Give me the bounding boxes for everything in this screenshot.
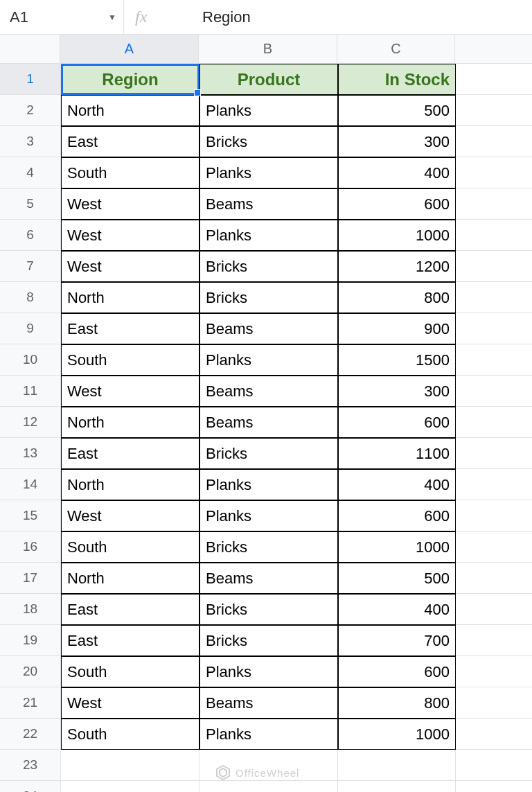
header-cell-in-stock[interactable]: In Stock [338,64,456,95]
empty-cell[interactable] [456,407,532,438]
empty-cell[interactable] [456,687,532,719]
cell-product[interactable]: Bricks [200,594,338,625]
cell-stock[interactable]: 500 [338,563,456,594]
cell-product[interactable]: Beams [200,376,338,407]
empty-cell[interactable] [456,220,532,251]
cell-stock[interactable]: 300 [338,126,456,157]
row-header[interactable]: 10 [0,344,61,376]
empty-cell[interactable] [456,500,532,531]
cell-stock[interactable]: 1500 [338,344,456,376]
row-header[interactable]: 9 [0,313,61,344]
cell-region[interactable]: West [61,188,200,220]
row-header[interactable]: 3 [0,126,61,157]
cell-stock[interactable]: 600 [338,188,456,220]
cell-product[interactable]: Beams [200,407,338,438]
empty-cell[interactable] [456,344,532,376]
cell-region[interactable]: South [61,344,200,376]
header-cell-product[interactable]: Product [200,64,338,95]
row-header[interactable]: 24 [0,781,61,792]
cell-product[interactable]: Beams [200,563,338,594]
cell-region[interactable]: West [61,687,200,719]
empty-cell[interactable] [200,781,338,792]
row-header[interactable]: 20 [0,656,61,687]
row-header[interactable]: 11 [0,376,61,407]
cell-region[interactable]: South [61,719,200,750]
empty-cell[interactable] [456,781,532,792]
cell-product[interactable]: Planks [200,157,338,188]
empty-cell[interactable] [456,625,532,656]
cell-product[interactable]: Planks [200,344,338,376]
empty-cell[interactable] [338,781,456,792]
cell-region[interactable]: North [61,563,200,594]
cell-product[interactable]: Bricks [200,282,338,313]
row-header[interactable]: 1 [0,64,61,95]
cell-stock[interactable]: 500 [338,95,456,126]
empty-cell[interactable] [456,469,532,500]
empty-cell[interactable] [456,438,532,469]
empty-cell[interactable] [456,531,532,563]
empty-cell[interactable] [456,188,532,220]
cell-stock[interactable]: 900 [338,313,456,344]
row-header[interactable]: 17 [0,563,61,594]
cell-region[interactable]: West [61,500,200,531]
row-header[interactable]: 16 [0,531,61,563]
cell-product[interactable]: Planks [200,719,338,750]
empty-cell[interactable] [456,282,532,313]
cell-stock[interactable]: 600 [338,500,456,531]
cell-stock[interactable]: 1100 [338,438,456,469]
empty-cell[interactable] [456,95,532,126]
cell-stock[interactable]: 1000 [338,220,456,251]
cell-region[interactable]: East [61,625,200,656]
formula-input[interactable] [200,8,532,26]
cell-stock[interactable]: 700 [338,625,456,656]
cell-product[interactable]: Planks [200,656,338,687]
empty-cell[interactable] [61,781,200,792]
cell-product[interactable]: Planks [200,95,338,126]
row-header[interactable]: 6 [0,220,61,251]
cell-stock[interactable]: 400 [338,594,456,625]
cell-product[interactable]: Bricks [200,531,338,563]
cell-product[interactable]: Beams [200,687,338,719]
cell-stock[interactable]: 600 [338,656,456,687]
row-header[interactable]: 15 [0,500,61,531]
cell-stock[interactable]: 1200 [338,251,456,282]
cell-product[interactable]: Beams [200,188,338,220]
cell-region[interactable]: North [61,469,200,500]
cell-stock[interactable]: 800 [338,687,456,719]
cell-stock[interactable]: 1000 [338,719,456,750]
cell-product[interactable]: Bricks [200,251,338,282]
row-header[interactable]: 19 [0,625,61,656]
cell-product[interactable]: Planks [200,220,338,251]
cell-stock[interactable]: 800 [338,282,456,313]
row-header[interactable]: 23 [0,750,61,781]
cell-region[interactable]: South [61,656,200,687]
empty-cell[interactable] [338,750,456,781]
cell-stock[interactable]: 400 [338,157,456,188]
column-header-extra[interactable] [455,35,532,64]
cell-region[interactable]: West [61,376,200,407]
cell-stock[interactable]: 400 [338,469,456,500]
row-header[interactable]: 7 [0,251,61,282]
cell-region[interactable]: East [61,438,200,469]
cell-region[interactable]: North [61,407,200,438]
row-header[interactable]: 4 [0,157,61,188]
row-header[interactable]: 22 [0,719,61,750]
cell-region[interactable]: East [61,126,200,157]
cell-product[interactable]: Bricks [200,438,338,469]
select-all-corner[interactable] [0,35,60,64]
empty-cell[interactable] [456,157,532,188]
cell-region[interactable]: West [61,220,200,251]
cell-region[interactable]: South [61,531,200,563]
empty-cell[interactable] [456,251,532,282]
empty-cell[interactable] [456,376,532,407]
cell-product[interactable]: Bricks [200,625,338,656]
row-header[interactable]: 8 [0,282,61,313]
row-header[interactable]: 14 [0,469,61,500]
cell-region[interactable]: North [61,95,200,126]
empty-cell[interactable] [456,719,532,750]
row-header[interactable]: 2 [0,95,61,126]
empty-cell[interactable] [456,126,532,157]
row-header[interactable]: 12 [0,407,61,438]
cell-stock[interactable]: 1000 [338,531,456,563]
row-header[interactable]: 13 [0,438,61,469]
